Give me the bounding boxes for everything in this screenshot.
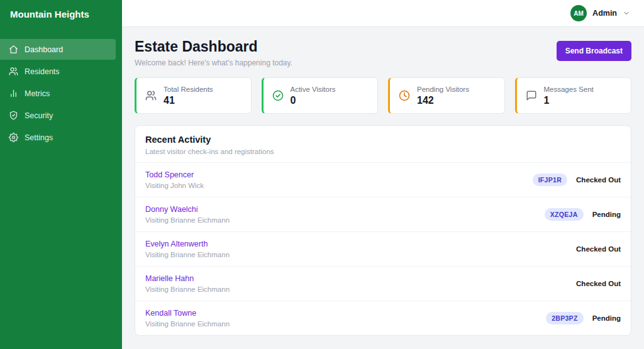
activity-subtitle: Latest visitor check-ins and registratio… bbox=[145, 148, 621, 155]
page-subtitle: Welcome back! Here's what's happening to… bbox=[135, 58, 292, 67]
visitor-detail: Visiting Brianne Eichmann bbox=[145, 251, 230, 258]
sidebar-item-label: Settings bbox=[25, 133, 53, 142]
page-header: Estate Dashboard Welcome back! Here's wh… bbox=[135, 38, 631, 67]
sidebar-item-residents[interactable]: Residents bbox=[0, 61, 116, 82]
stat-value: 1 bbox=[544, 95, 594, 106]
visitor-name-link[interactable]: Donny Waelchi bbox=[145, 205, 230, 214]
stat-label: Active Visitors bbox=[291, 86, 336, 93]
stat-value: 142 bbox=[417, 95, 469, 106]
activity-row: Marielle Hahn Visiting Brianne Eichmann … bbox=[135, 267, 631, 301]
visitor-name-link[interactable]: Marielle Hahn bbox=[145, 274, 230, 283]
sidebar-item-label: Metrics bbox=[25, 89, 50, 98]
topbar: AM Admin bbox=[122, 0, 644, 27]
visitor-name-link[interactable]: Kendall Towne bbox=[145, 309, 230, 318]
activity-title: Recent Activity bbox=[145, 135, 621, 145]
users-icon bbox=[9, 67, 18, 76]
visitor-status: Checked Out bbox=[576, 280, 621, 287]
visitor-detail: Visiting Brianne Eichmann bbox=[145, 216, 230, 224]
shield-icon bbox=[9, 111, 18, 120]
sidebar-item-label: Security bbox=[25, 111, 53, 120]
gear-icon bbox=[9, 133, 18, 142]
activity-row: Kendall Towne Visiting Brianne Eichmann … bbox=[135, 301, 631, 335]
visitor-code-badge: 2BP3PZ bbox=[546, 312, 583, 324]
visitor-status: Checked Out bbox=[576, 176, 621, 184]
visitor-status: Pending bbox=[592, 211, 621, 218]
chevron-down-icon[interactable] bbox=[623, 9, 630, 17]
avatar[interactable]: AM bbox=[570, 5, 587, 21]
home-icon bbox=[9, 45, 18, 54]
stat-label: Messages Sent bbox=[544, 86, 594, 93]
bar-chart-icon bbox=[9, 89, 18, 98]
visitor-detail: Visiting Brianne Eichmann bbox=[145, 320, 230, 328]
stats-row: Total Residents 41 Active Visitors 0 bbox=[135, 77, 631, 114]
send-broadcast-button[interactable]: Send Broadcast bbox=[557, 41, 631, 61]
visitor-status: Checked Out bbox=[576, 245, 621, 253]
stat-card-messages-sent: Messages Sent 1 bbox=[515, 77, 632, 114]
sidebar-item-label: Residents bbox=[25, 67, 60, 76]
visitor-status: Pending bbox=[592, 314, 621, 322]
check-circle-icon bbox=[272, 90, 284, 101]
visitor-code-badge: IFJP1R bbox=[533, 174, 567, 186]
recent-activity-card: Recent Activity Latest visitor check-ins… bbox=[135, 125, 631, 336]
sidebar: Mountain Heights Dashboard Residents Met… bbox=[0, 0, 122, 349]
stat-card-active-visitors: Active Visitors 0 bbox=[262, 77, 379, 114]
stat-value: 0 bbox=[291, 95, 336, 106]
activity-row: Todd Spencer Visiting John Wick IFJP1R C… bbox=[135, 163, 631, 197]
stat-value: 41 bbox=[164, 95, 213, 106]
activity-row: Donny Waelchi Visiting Brianne Eichmann … bbox=[135, 197, 631, 232]
activity-header: Recent Activity Latest visitor check-ins… bbox=[135, 126, 631, 163]
app-title: Mountain Heights bbox=[0, 0, 122, 31]
sidebar-item-settings[interactable]: Settings bbox=[0, 127, 116, 148]
visitor-name-link[interactable]: Todd Spencer bbox=[145, 170, 204, 179]
main-column: AM Admin Estate Dashboard Welcome back! … bbox=[122, 0, 644, 349]
sidebar-nav: Dashboard Residents Metrics Security Set bbox=[0, 38, 122, 148]
sidebar-item-label: Dashboard bbox=[25, 45, 63, 54]
stat-label: Pending Visitors bbox=[417, 86, 469, 93]
visitor-detail: Visiting John Wick bbox=[145, 182, 204, 189]
clock-icon bbox=[399, 90, 410, 101]
sidebar-item-dashboard[interactable]: Dashboard bbox=[0, 39, 116, 60]
user-label: Admin bbox=[592, 9, 617, 18]
residents-icon bbox=[145, 90, 157, 101]
sidebar-item-metrics[interactable]: Metrics bbox=[0, 83, 116, 104]
stat-card-total-residents: Total Residents 41 bbox=[135, 77, 252, 114]
stat-card-pending-visitors: Pending Visitors 142 bbox=[388, 77, 505, 114]
visitor-detail: Visiting Brianne Eichmann bbox=[145, 285, 230, 293]
message-icon bbox=[526, 90, 537, 101]
visitor-name-link[interactable]: Evelyn Altenwerth bbox=[145, 240, 230, 248]
sidebar-item-security[interactable]: Security bbox=[0, 105, 116, 126]
content-area: Estate Dashboard Welcome back! Here's wh… bbox=[122, 27, 644, 347]
visitor-code-badge: XZQEJA bbox=[545, 208, 584, 221]
page-title: Estate Dashboard bbox=[135, 38, 292, 55]
activity-row: Evelyn Altenwerth Visiting Brianne Eichm… bbox=[135, 232, 631, 267]
stat-label: Total Residents bbox=[164, 86, 213, 93]
